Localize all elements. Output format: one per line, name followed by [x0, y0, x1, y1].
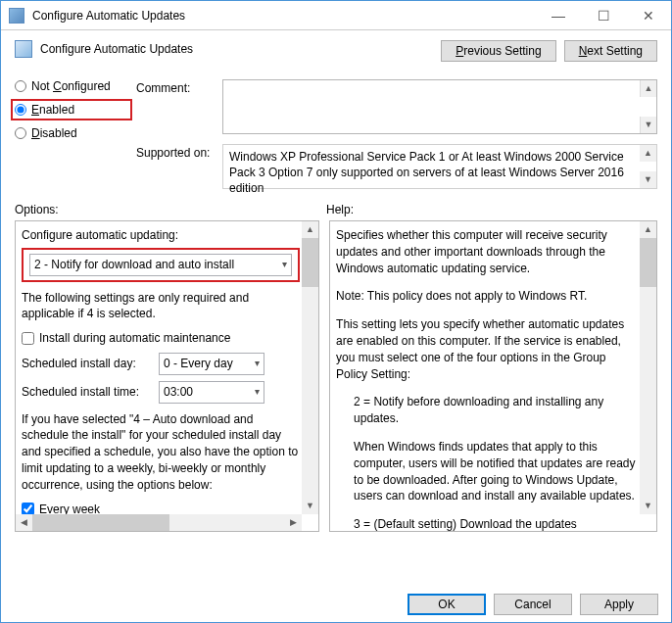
options-panel: Configure automatic updating: 2 - Notify… [15, 220, 319, 532]
comment-textarea[interactable]: ▲ ▼ [222, 79, 657, 134]
radio-disabled-input[interactable] [15, 127, 26, 139]
radio-disabled[interactable]: Disabled [15, 126, 124, 140]
install-time-label: Scheduled install time: [22, 384, 151, 401]
scroll-up-icon[interactable]: ▲ [302, 221, 318, 238]
chevron-down-icon: ▾ [282, 258, 287, 271]
install-day-select[interactable]: 0 - Every day ▾ [159, 353, 264, 375]
radio-not-configured-input[interactable] [15, 80, 26, 92]
help-text: 2 = Notify before downloading and instal… [336, 394, 637, 427]
options-vscrollbar[interactable]: ▲ ▼ [302, 221, 318, 514]
scrollbar-thumb[interactable] [32, 514, 169, 531]
help-text: When Windows finds updates that apply to… [336, 439, 637, 504]
scroll-down-icon[interactable]: ▼ [640, 498, 656, 514]
install-maintenance-checkbox[interactable]: Install during automatic maintenance [22, 330, 299, 347]
configure-updating-label: Configure automatic updating: [22, 227, 299, 244]
scroll-down-icon[interactable]: ▼ [640, 117, 656, 133]
next-setting-button[interactable]: Next Setting [564, 40, 657, 62]
ok-button[interactable]: OK [408, 594, 486, 615]
page-title: Configure Automatic Updates [40, 42, 193, 56]
window-title: Configure Automatic Updates [32, 9, 536, 23]
titlebar: Configure Automatic Updates ― ☐ ✕ [1, 1, 671, 30]
scroll-left-icon[interactable]: ◀ [16, 514, 32, 531]
radio-enabled[interactable]: Enabled [11, 99, 132, 120]
chevron-down-icon: ▾ [255, 385, 260, 399]
configure-updating-select[interactable]: 2 - Notify for download and auto install… [29, 254, 292, 276]
minimize-button[interactable]: ― [536, 1, 581, 29]
radio-not-configured[interactable]: Not Configured [15, 79, 124, 93]
scrollbar-thumb[interactable] [640, 238, 656, 287]
policy-icon [15, 40, 32, 58]
help-vscrollbar[interactable]: ▲ ▼ [640, 221, 656, 514]
chevron-down-icon: ▾ [255, 357, 260, 370]
schedule-note: If you have selected "4 – Auto download … [22, 411, 299, 494]
previous-setting-button[interactable]: Previous Setting [441, 40, 555, 62]
supported-on-text: Windows XP Professional Service Pack 1 o… [222, 144, 657, 189]
install-day-label: Scheduled install day: [22, 356, 151, 372]
scroll-up-icon[interactable]: ▲ [640, 221, 656, 238]
help-text: Note: This policy does not apply to Wind… [336, 288, 637, 305]
scroll-down-icon[interactable]: ▼ [640, 171, 656, 188]
comment-label: Comment: [136, 79, 215, 95]
options-hscrollbar[interactable]: ◀ ▶ [16, 514, 302, 531]
close-button[interactable]: ✕ [626, 1, 671, 29]
install-time-select[interactable]: 03:00 ▾ [159, 381, 264, 404]
radio-enabled-input[interactable] [15, 104, 26, 116]
install-maintenance-input[interactable] [22, 332, 34, 345]
options-note: The following settings are only required… [22, 290, 299, 323]
options-label: Options: [15, 203, 326, 216]
maximize-button[interactable]: ☐ [581, 1, 626, 29]
help-text: Specifies whether this computer will rec… [336, 227, 637, 276]
scroll-up-icon[interactable]: ▲ [640, 145, 656, 162]
apply-button[interactable]: Apply [580, 594, 658, 615]
help-text: 3 = (Default setting) Download the updat… [336, 516, 637, 532]
help-text: This setting lets you specify whether au… [336, 316, 637, 382]
app-icon [9, 8, 24, 24]
supported-on-label: Supported on: [136, 144, 215, 160]
scroll-down-icon[interactable]: ▼ [302, 498, 318, 514]
help-label: Help: [326, 203, 354, 216]
scroll-right-icon[interactable]: ▶ [285, 514, 302, 531]
scrollbar-thumb[interactable] [302, 238, 318, 287]
scroll-up-icon[interactable]: ▲ [640, 80, 656, 97]
cancel-button[interactable]: Cancel [494, 594, 572, 615]
help-panel: Specifies whether this computer will rec… [329, 220, 657, 532]
